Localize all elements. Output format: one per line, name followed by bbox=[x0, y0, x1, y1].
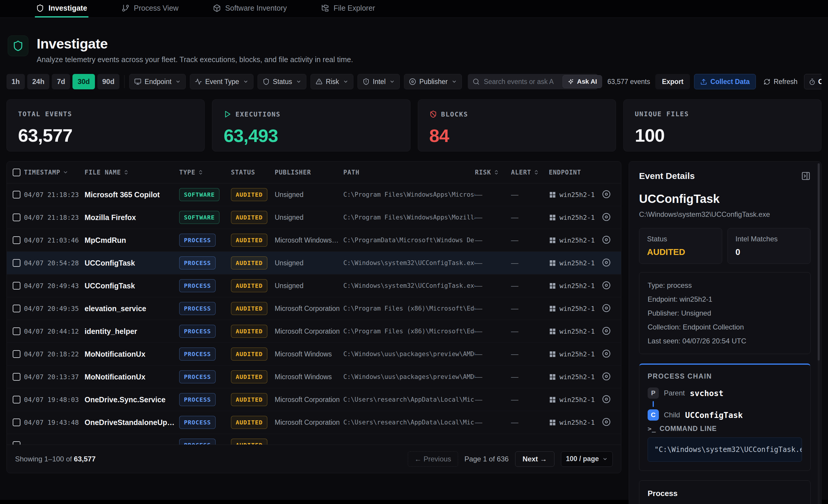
filter-event-type[interactable]: Event Type bbox=[190, 74, 253, 89]
row-checkbox[interactable] bbox=[13, 214, 20, 221]
table-row[interactable]: 04/07 20:49:43 UCConfigTask PROCESS AUDI… bbox=[7, 275, 621, 297]
table-row[interactable]: 04/07 21:18:23 Mozilla Firefox SOFTWARE … bbox=[7, 206, 621, 229]
type-badge: PROCESS bbox=[179, 393, 216, 406]
filter-status[interactable]: Status bbox=[257, 74, 306, 89]
cell-file-name: Microsoft 365 Copilot bbox=[85, 191, 179, 199]
col-path[interactable]: PATH bbox=[343, 169, 475, 176]
table-row[interactable]: PROCESS AUDITED bbox=[7, 434, 621, 445]
table-header: TIMESTAMP FILE NAME TYPE STATUS PUBLISHE… bbox=[7, 162, 621, 183]
row-checkbox[interactable] bbox=[13, 419, 20, 426]
previous-page-button[interactable]: ← Previous bbox=[408, 451, 458, 467]
view-event-button[interactable] bbox=[602, 258, 611, 267]
shield-alert-icon bbox=[363, 78, 370, 85]
col-timestamp[interactable]: TIMESTAMP bbox=[24, 169, 85, 176]
col-type[interactable]: TYPE bbox=[179, 169, 231, 176]
col-risk[interactable]: RISK bbox=[475, 169, 511, 176]
cell-file-name: MoNotificationUx bbox=[85, 373, 179, 381]
col-alert[interactable]: ALERT bbox=[511, 169, 549, 176]
view-event-button[interactable] bbox=[602, 418, 611, 426]
table-row[interactable]: 04/07 20:44:12 identity_helper PROCESS A… bbox=[7, 320, 621, 343]
table-row[interactable]: 04/07 20:49:35 elevation_service PROCESS… bbox=[7, 297, 621, 320]
stat-label: UNIQUE FILES bbox=[635, 110, 689, 118]
row-checkbox[interactable] bbox=[13, 396, 20, 404]
tab-label: File Explorer bbox=[334, 4, 375, 12]
shield-icon bbox=[262, 78, 270, 85]
row-checkbox[interactable] bbox=[13, 441, 20, 445]
filter-risk[interactable]: Risk bbox=[310, 74, 354, 89]
row-checkbox[interactable] bbox=[13, 236, 20, 244]
row-checkbox[interactable] bbox=[13, 259, 20, 267]
process-chain-card: PROCESS CHAIN P Parent svchost C Child U… bbox=[639, 364, 811, 471]
table-row[interactable]: 04/07 21:03:46 MpCmdRun PROCESS AUDITED … bbox=[7, 229, 621, 252]
cell-endpoint: win25h2-1 bbox=[549, 259, 602, 267]
time-range-24h[interactable]: 24h bbox=[27, 74, 49, 89]
table-row[interactable]: 04/07 19:48:03 OneDrive.Sync.Service PRO… bbox=[7, 388, 621, 411]
filter-intel[interactable]: Intel bbox=[358, 74, 400, 89]
time-range-90d[interactable]: 90d bbox=[97, 74, 120, 89]
cell-alert: — bbox=[511, 282, 549, 290]
tab-investigate[interactable]: Investigate bbox=[35, 0, 88, 17]
view-event-button[interactable] bbox=[602, 190, 611, 199]
time-range-1h[interactable]: 1h bbox=[6, 74, 25, 89]
endpoint-name: win25h2-1 bbox=[560, 191, 595, 199]
row-checkbox[interactable] bbox=[13, 327, 20, 335]
view-event-button[interactable] bbox=[602, 327, 611, 335]
tab-process-view[interactable]: Process View bbox=[120, 0, 180, 17]
view-event-button[interactable] bbox=[602, 281, 611, 290]
cell-file-name: MoNotificationUx bbox=[85, 350, 179, 359]
cell-endpoint: win25h2-1 bbox=[549, 328, 602, 335]
table-row[interactable]: 04/07 21:18:23 Microsoft 365 Copilot SOF… bbox=[7, 183, 621, 206]
tab-software-inventory[interactable]: Software Inventory bbox=[212, 0, 288, 17]
view-event-button[interactable] bbox=[602, 372, 611, 381]
chain-connector bbox=[653, 401, 654, 407]
chevron-down-icon bbox=[243, 79, 248, 84]
col-file-name[interactable]: FILE NAME bbox=[85, 169, 179, 176]
command-line-value: "C:\Windows\system32\UCConfigTask.exe" bbox=[648, 437, 802, 462]
filter-publisher[interactable]: Publisher bbox=[404, 74, 462, 89]
row-checkbox[interactable] bbox=[13, 350, 20, 358]
page-indicator: Page 1 of 636 bbox=[464, 455, 509, 463]
endpoint-name: win25h2-1 bbox=[560, 305, 595, 312]
select-all-checkbox[interactable] bbox=[13, 169, 20, 176]
col-publisher[interactable]: PUBLISHER bbox=[275, 169, 343, 176]
sort-icon bbox=[198, 169, 203, 175]
tab-file-explorer[interactable]: File Explorer bbox=[320, 0, 376, 17]
eye-icon bbox=[602, 236, 611, 244]
row-checkbox[interactable] bbox=[13, 373, 20, 381]
col-status[interactable]: STATUS bbox=[231, 169, 275, 176]
row-checkbox[interactable] bbox=[13, 191, 20, 199]
table-row[interactable]: 04/07 19:43:48 OneDriveStandaloneUpdater… bbox=[7, 411, 621, 434]
cell-timestamp: 04/07 20:44:12 bbox=[24, 328, 85, 335]
table-row[interactable]: 04/07 20:18:22 MoNotificationUx PROCESS … bbox=[7, 343, 621, 366]
view-event-button[interactable] bbox=[602, 236, 611, 244]
row-checkbox[interactable] bbox=[13, 282, 20, 290]
cell-alert: — bbox=[511, 213, 549, 222]
cell-risk: — bbox=[475, 395, 511, 404]
collapse-panel-button[interactable] bbox=[801, 171, 811, 181]
cell-risk: — bbox=[475, 350, 511, 359]
panel-scrollbar[interactable] bbox=[818, 163, 820, 504]
table-row[interactable]: 04/07 20:13:37 MoNotificationUx PROCESS … bbox=[7, 366, 621, 388]
row-checkbox[interactable] bbox=[13, 305, 20, 312]
view-event-button[interactable] bbox=[602, 213, 611, 221]
table-row[interactable]: 04/07 20:54:28 UCConfigTask PROCESS AUDI… bbox=[7, 252, 621, 275]
time-range-30d[interactable]: 30d bbox=[73, 74, 95, 89]
page-size-select[interactable]: 100 / page bbox=[561, 451, 613, 467]
time-range-7d[interactable]: 7d bbox=[52, 74, 70, 89]
cell-publisher: Microsoft Windows bbox=[275, 373, 343, 381]
view-event-button[interactable] bbox=[602, 349, 611, 358]
auto-refresh-toggle[interactable]: Off bbox=[804, 74, 822, 89]
sort-icon bbox=[123, 169, 129, 175]
export-button[interactable]: Export bbox=[655, 74, 690, 89]
type-badge: PROCESS bbox=[179, 234, 216, 247]
refresh-button[interactable]: Refresh bbox=[762, 78, 799, 86]
col-endpoint[interactable]: ENDPOINT bbox=[549, 169, 602, 176]
filter-endpoint[interactable]: Endpoint bbox=[129, 74, 186, 89]
next-page-button[interactable]: Next → bbox=[515, 451, 554, 467]
cell-timestamp: 04/07 19:43:48 bbox=[24, 419, 85, 426]
view-event-button[interactable] bbox=[602, 395, 611, 404]
collect-data-button[interactable]: Collect Data bbox=[694, 74, 756, 89]
ask-ai-button[interactable]: Ask AI bbox=[563, 75, 602, 88]
shield-badge bbox=[8, 36, 28, 56]
view-event-button[interactable] bbox=[602, 304, 611, 312]
